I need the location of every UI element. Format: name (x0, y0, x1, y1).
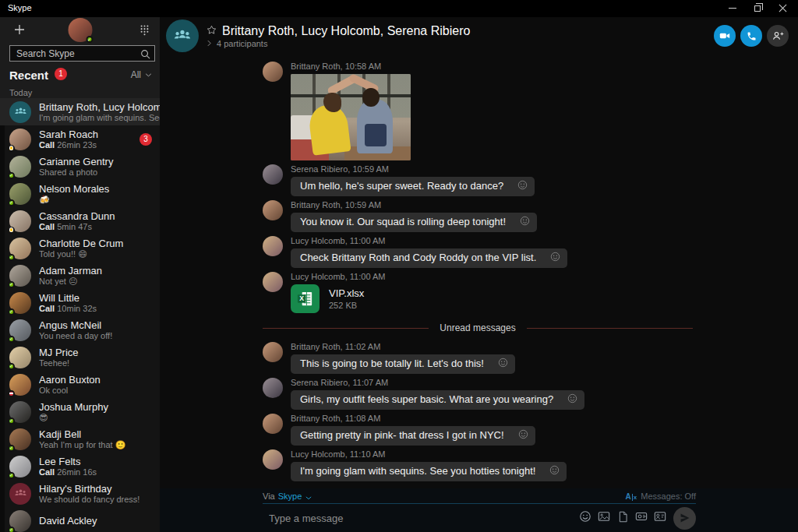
contact-list-item[interactable]: Nelson Morales🍻 (5, 180, 160, 207)
file-size: 252 KB (329, 301, 364, 311)
search-input[interactable] (10, 48, 154, 59)
add-reaction-button[interactable] (549, 465, 560, 475)
message-content: Serena Ribiero, 11:07 AMGirls, my outfit… (291, 378, 584, 410)
send-button[interactable] (673, 507, 696, 530)
add-participant-button[interactable] (767, 25, 789, 47)
search-box[interactable] (9, 45, 155, 62)
contact-avatar (9, 129, 31, 150)
contact-list-item[interactable]: Charlotte De CrumTold you!! 😄 (5, 234, 160, 262)
contact-name: Brittany Roth, Lucy Holcomb, S... (39, 101, 160, 113)
message: Brittany Roth, 11:02 AMThis is going to … (263, 342, 798, 374)
contact-status: Call 5min 47s (39, 222, 160, 232)
contact-text: Lee FeltsCall 26min 16s (39, 456, 160, 477)
restore-button[interactable] (745, 0, 770, 16)
contact-list-item[interactable]: Cassandra DunnCall 5min 47s (5, 207, 160, 234)
contact-status: You need a day off! (39, 331, 160, 341)
emoticon-button[interactable] (579, 512, 591, 524)
contact-text: Adam JarmanNot yet 😐 (39, 265, 160, 287)
minimize-icon (729, 8, 736, 9)
contact-list-item[interactable]: Will LittleCall 10min 32s (5, 289, 160, 316)
contact-status: Teehee! (39, 358, 160, 368)
minimize-button[interactable] (720, 0, 745, 16)
via-service-dropdown[interactable]: Skype (278, 491, 302, 501)
video-message-button[interactable] (635, 512, 648, 524)
message-content: Brittany Roth, 11:02 AMThis is going to … (291, 342, 515, 374)
contact-text: Joshua Murphy😎 (39, 401, 160, 423)
presence-online-icon (8, 527, 15, 532)
photo-attachment[interactable] (291, 74, 411, 160)
recent-filter-dropdown[interactable]: All (131, 69, 152, 80)
app-title: Skype (8, 3, 32, 12)
contact-list-item[interactable]: Adam JarmanNot yet 😐 (5, 262, 160, 289)
contact-status: I'm going glam with sequins. See you h..… (39, 113, 160, 123)
add-reaction-button[interactable] (550, 252, 560, 262)
add-reaction-button[interactable] (567, 393, 577, 403)
contact-list-item[interactable]: David Ackley (5, 507, 160, 532)
new-chat-button[interactable] (14, 24, 25, 38)
contact-name: Angus McNeil (39, 319, 160, 331)
file-icon (617, 511, 629, 526)
add-reaction-button[interactable] (498, 358, 508, 368)
close-button[interactable] (770, 0, 795, 16)
contact-status: Ok cool (39, 386, 160, 396)
contact-list-item[interactable]: Joshua Murphy😎 (5, 398, 160, 425)
message-sender-avatar (263, 200, 283, 220)
composer-divider (263, 503, 696, 504)
message-text: Getting pretty in pink- that dress I got… (300, 429, 504, 441)
chevron-down-icon[interactable] (305, 492, 312, 502)
audio-call-button[interactable] (740, 25, 762, 47)
message-bubble: Getting pretty in pink- that dress I got… (291, 426, 535, 446)
file-button[interactable] (616, 512, 629, 524)
contact-list: Brittany Roth, Lucy Holcomb, S...I'm goi… (0, 98, 160, 532)
message-sender-and-time: Lucy Holcomb, 11:00 AM (291, 236, 567, 246)
participants-toggle[interactable]: 4 participants (207, 39, 470, 48)
add-reaction-button[interactable] (518, 429, 528, 439)
translator-icon: Ax (626, 492, 637, 501)
contact-name: Charlotte De Crum (39, 238, 160, 249)
contact-status: We should do fancy dress! (39, 495, 160, 505)
contact-list-item[interactable]: Aaron BuxtonOk cool (5, 371, 160, 398)
message-bubble: This is going to be totally lit. Let's d… (291, 354, 515, 374)
video-call-button[interactable] (714, 25, 736, 47)
contact-avatar (9, 347, 31, 368)
translator-toggle[interactable]: Ax Messages: Off (626, 491, 696, 501)
message: Brittany Roth, 11:08 AMGetting pretty in… (263, 414, 798, 446)
contact-list-item[interactable]: Kadji BellYeah I'm up for that 🙂 (5, 425, 160, 453)
contact-text: Will LittleCall 10min 32s (39, 292, 160, 314)
contact-list-item[interactable]: MJ PriceTeehee! (5, 344, 160, 371)
message-bubble: Um hello, he's super sweet. Ready to dan… (291, 177, 535, 196)
photo-button[interactable] (598, 512, 610, 524)
message-input[interactable] (263, 513, 579, 524)
add-reaction-button[interactable] (517, 180, 528, 190)
divider-line (263, 328, 429, 329)
contact-list-item[interactable]: Lee FeltsCall 26min 16s (5, 453, 160, 480)
group-avatar[interactable] (166, 19, 199, 52)
file-attachment[interactable]: XVIP.xlsx252 KB (291, 284, 385, 313)
presence-online-icon (8, 254, 15, 261)
message-bubble: Check Brittany Roth and Cody Roddy on th… (291, 248, 567, 268)
translator-status: Messages: Off (641, 491, 696, 501)
favorite-star-button[interactable] (207, 24, 217, 38)
message: Lucy Holcomb, 11:10 AMI'm going glam wit… (263, 449, 798, 481)
conversation-list-item[interactable]: Brittany Roth, Lucy Holcomb, S...I'm goi… (0, 98, 160, 125)
add-reaction-button[interactable] (520, 216, 530, 226)
message-sender-avatar (263, 342, 283, 362)
presence-online-icon (86, 36, 93, 43)
contact-card-button[interactable] (654, 512, 666, 524)
message-content: Serena Ribiero, 10:59 AMUm hello, he's s… (291, 164, 535, 196)
contact-name: Adam Jarman (39, 265, 160, 277)
message-bubble: Girls, my outfit feels super basic. What… (291, 390, 584, 410)
message-sender-and-time: Brittany Roth, 11:02 AM (291, 342, 515, 352)
contact-list-item[interactable]: Angus McNeilYou need a day off! (5, 316, 160, 344)
contact-status: Yeah I'm up for that 🙂 (39, 440, 160, 450)
message: Serena Ribiero, 10:59 AMUm hello, he's s… (263, 164, 798, 196)
conversation-list-item[interactable]: Hilary's BirthdayWe should do fancy dres… (5, 480, 160, 507)
contact-card-icon (654, 510, 666, 526)
contact-list-item[interactable]: Sarah RoachCall 26min 23s3 (5, 125, 160, 153)
contact-list-item[interactable]: Carianne GentryShared a photo (5, 153, 160, 180)
contact-avatar (9, 374, 31, 396)
self-avatar[interactable] (68, 18, 92, 42)
call-actions (714, 25, 789, 47)
dialpad-button[interactable] (140, 25, 149, 39)
contact-name: Will Little (39, 292, 160, 304)
